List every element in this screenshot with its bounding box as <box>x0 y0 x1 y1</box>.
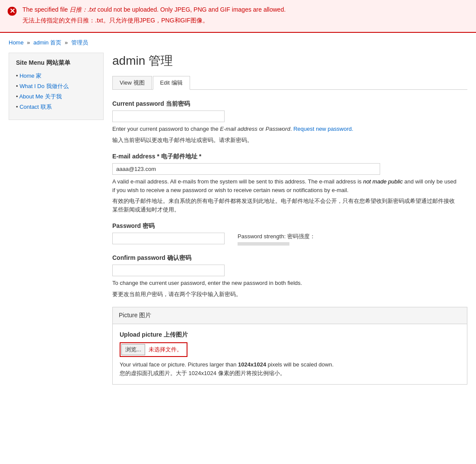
request-new-password-link[interactable]: Request new password. <box>293 126 353 132</box>
picture-section-body: Upload picture 上传图片 浏览... 未选择文件。 Your vi… <box>113 324 467 384</box>
sidebar-item-home[interactable]: Home 家 <box>16 72 96 80</box>
tabs: View 视图 Edit 编辑 <box>112 76 467 90</box>
password-group: Password 密码 Password strength: 密码强度： <box>112 222 467 246</box>
page-title: admin 管理 <box>112 53 467 69</box>
confirm-password-label: Confirm password 确认密码 <box>112 254 467 262</box>
password-strength-area: Password strength: 密码强度： <box>238 233 315 246</box>
browse-button[interactable]: 浏览... <box>121 344 145 355</box>
error-text: The specified file 日推：.txt could not be … <box>22 5 286 27</box>
current-password-group: Current password 当前密码 Enter your current… <box>112 100 467 144</box>
breadcrumb-admin[interactable]: admin 首页 <box>33 39 61 46</box>
sidebar-item-contact[interactable]: Contact 联系 <box>16 103 96 111</box>
sidebar-nav: Home 家 What I Do 我做什么 About Me 关于我 Conta… <box>16 72 96 111</box>
svg-text:✕: ✕ <box>10 7 15 15</box>
current-password-hint2: 输入当前密码以更改电子邮件地址或密码。请求新密码。 <box>112 136 458 145</box>
picture-hint1: Your virtual face or picture. Pictures l… <box>120 360 460 369</box>
error-banner: ✕ The specified file 日推：.txt could not b… <box>0 0 476 33</box>
content-area: admin 管理 View 视图 Edit 编辑 Current passwor… <box>112 53 467 402</box>
breadcrumb: Home » admin 首页 » 管理员 <box>0 33 476 53</box>
sidebar-item-about-me[interactable]: About Me 关于我 <box>16 93 96 101</box>
error-icon: ✕ <box>7 6 17 16</box>
breadcrumb-current: 管理员 <box>71 39 88 46</box>
confirm-password-group: Confirm password 确认密码 To change the curr… <box>112 254 467 298</box>
current-password-hint1: Enter your current password to change th… <box>112 125 458 133</box>
confirm-password-hint1: To change the current user password, ent… <box>112 279 458 287</box>
picture-section: Picture 图片 Upload picture 上传图片 浏览... 未选择… <box>112 307 467 385</box>
main-layout: Site Menu 网站菜单 Home 家 What I Do 我做什么 Abo… <box>0 53 476 402</box>
confirm-password-hint2: 要更改当前用户密码，请在两个字段中输入新密码。 <box>112 290 458 299</box>
sidebar-title: Site Menu 网站菜单 <box>16 59 96 67</box>
sidebar-item-what-i-do[interactable]: What I Do 我做什么 <box>16 82 96 90</box>
strength-bar <box>238 242 289 246</box>
strength-label: Password strength: 密码强度： <box>238 233 315 240</box>
file-name: 未选择文件。 <box>145 346 186 354</box>
password-row: Password strength: 密码强度： <box>112 233 467 246</box>
error-line2: 无法上传指定的文件日推：.txt。只允许使用JPEG，PNG和GIF图像。 <box>22 16 286 25</box>
file-input-wrapper: 浏览... 未选择文件。 <box>120 342 187 357</box>
email-hint1: A valid e-mail address. All e-mails from… <box>112 177 458 194</box>
sidebar: Site Menu 网站菜单 Home 家 What I Do 我做什么 Abo… <box>9 53 104 120</box>
picture-section-header: Picture 图片 <box>113 307 467 324</box>
email-input[interactable] <box>112 163 380 175</box>
password-input[interactable] <box>112 233 225 244</box>
tab-view[interactable]: View 视图 <box>112 76 152 90</box>
email-group: E-mail address * 电子邮件地址 * A valid e-mail… <box>112 153 467 214</box>
upload-label: Upload picture 上传图片 <box>120 331 460 339</box>
password-label: Password 密码 <box>112 222 467 230</box>
breadcrumb-home[interactable]: Home <box>9 39 24 46</box>
email-hint2: 有效的电子邮件地址。来自系统的所有电子邮件都将发送到此地址。电子邮件地址不会公开… <box>112 197 458 214</box>
tab-edit[interactable]: Edit 编辑 <box>153 76 190 90</box>
current-password-input[interactable] <box>112 110 225 122</box>
confirm-password-input[interactable] <box>112 265 225 276</box>
current-password-label: Current password 当前密码 <box>112 100 467 108</box>
error-line1: The specified file 日推：.txt could not be … <box>22 5 286 14</box>
picture-hint2: 您的虚拟面孔或图片。大于 1024x1024 像素的图片将按比例缩小。 <box>120 369 460 378</box>
email-label: E-mail address * 电子邮件地址 * <box>112 153 467 161</box>
